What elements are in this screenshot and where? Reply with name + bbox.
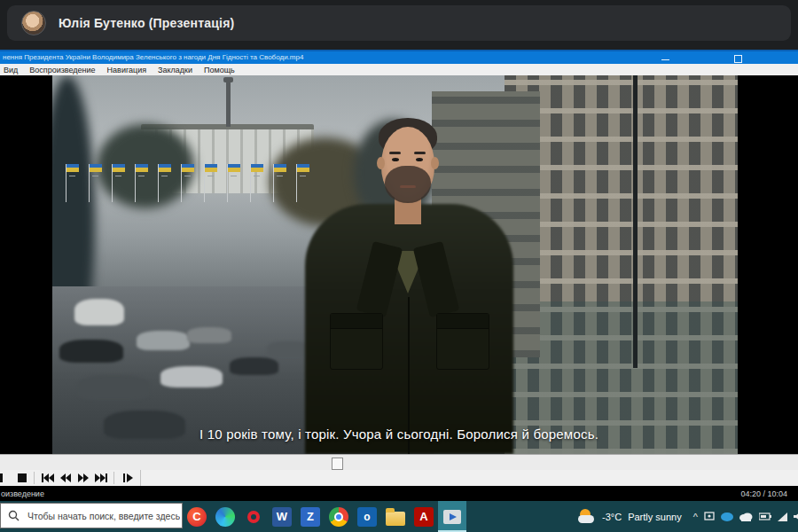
volume-icon[interactable] — [794, 512, 798, 521]
player-status-bar: оизведение 04:20 / 10:04 — [0, 486, 798, 501]
taskbar-search[interactable] — [0, 503, 183, 528]
transport-controls — [0, 470, 798, 486]
skip-forward-button[interactable] — [92, 471, 110, 485]
skip-forward-icon — [95, 473, 107, 482]
speaker-eye — [416, 158, 423, 161]
video-frame — [52, 75, 738, 454]
player-title-bar[interactable]: нення Президента України Володимира Зеле… — [0, 50, 798, 64]
chrome-icon — [329, 507, 348, 527]
speaker-eye — [392, 158, 399, 161]
file-explorer-icon — [386, 512, 405, 526]
ukrainian-flag — [227, 164, 240, 172]
taskbar-app-file-explorer[interactable] — [381, 501, 410, 532]
cloud-icon[interactable] — [739, 512, 753, 521]
ukrainian-flag — [181, 164, 194, 172]
weather-condition[interactable]: Partly sunny — [628, 512, 682, 522]
presenter-name: Юлія Бутенко (Презентація) — [59, 16, 234, 30]
controls-separator — [34, 472, 35, 484]
taskbar-app-ccleaner[interactable]: C — [183, 501, 211, 532]
weather-temperature[interactable]: -3°C — [602, 512, 622, 522]
edge-icon — [215, 507, 235, 527]
network-icon[interactable] — [778, 512, 787, 521]
screen-share-header: Юлія Бутенко (Презентація) — [0, 0, 798, 50]
tray-chevron-up-icon[interactable]: ^ — [693, 512, 698, 522]
menu-playback[interactable]: Воспроизведение — [29, 66, 95, 74]
acrobat-icon: A — [414, 507, 434, 527]
car — [137, 331, 190, 350]
pause-icon — [0, 473, 4, 482]
skip-back-icon — [42, 473, 54, 482]
maximize-icon[interactable] — [734, 55, 742, 63]
opera-icon — [247, 511, 260, 523]
car — [74, 299, 124, 325]
car — [160, 366, 223, 387]
seek-bar[interactable] — [0, 454, 798, 470]
ukrainian-flag — [89, 164, 102, 172]
lamp-pole — [633, 75, 638, 368]
taskbar-app-media-player-active[interactable] — [438, 501, 466, 532]
search-icon — [8, 510, 20, 521]
taskbar-app-edge[interactable] — [211, 501, 239, 532]
window-title: нення Президента України Володимира Зеле… — [3, 53, 303, 61]
controls-separator — [140, 470, 141, 486]
rewind-button[interactable] — [57, 471, 74, 485]
speaker-beard — [385, 166, 431, 203]
taskbar-app-word[interactable]: W — [268, 501, 296, 532]
jacket-pocket — [330, 313, 383, 370]
fast-forward-button[interactable] — [74, 471, 92, 485]
menu-bookmarks[interactable]: Закладки — [158, 66, 192, 74]
zoom-icon: Z — [301, 507, 320, 527]
rewind-icon — [60, 473, 71, 482]
car — [59, 340, 123, 363]
tv-tower — [226, 81, 231, 127]
partly-sunny-icon[interactable] — [578, 509, 596, 525]
word-icon: W — [272, 507, 292, 527]
presenter-avatar — [21, 11, 46, 35]
outlook-icon: o — [357, 507, 377, 527]
car — [77, 375, 150, 400]
presenter-banner: Юлія Бутенко (Презентація) — [7, 5, 791, 41]
speaker-eyebrow — [389, 152, 401, 154]
ukrainian-flag — [135, 164, 148, 172]
frame-step-button[interactable] — [119, 471, 137, 485]
fast-forward-icon — [78, 473, 89, 482]
video-area[interactable]: І 10 років тому, і торік. Учора й сьогод… — [0, 75, 798, 454]
menu-view[interactable]: Вид — [4, 66, 18, 74]
seek-handle[interactable] — [332, 458, 343, 470]
ukrainian-flag — [273, 164, 286, 172]
messenger-icon[interactable] — [721, 512, 733, 521]
ukrainian-flag — [250, 164, 263, 172]
speaker-eyebrow — [414, 152, 426, 154]
frame-step-icon — [123, 473, 133, 482]
tv-tower-top — [223, 77, 233, 82]
taskbar-app-zoom[interactable]: Z — [296, 501, 325, 532]
car — [230, 357, 278, 375]
speaker-mouth — [400, 185, 416, 188]
time-display: 04:20 / 10:04 — [740, 489, 787, 498]
media-player-icon — [443, 510, 461, 524]
video-subtitle: І 10 років тому, і торік. Учора й сьогод… — [0, 426, 798, 442]
taskbar: C W Z o A -3°C Partly sunny ^ — [0, 501, 798, 532]
ukrainian-flag — [66, 164, 79, 172]
minimize-icon[interactable] — [661, 59, 669, 60]
ukrainian-flag — [158, 164, 171, 172]
taskbar-app-acrobat[interactable]: A — [410, 501, 438, 532]
stop-button[interactable] — [13, 471, 31, 485]
taskbar-app-outlook[interactable]: o — [353, 501, 381, 532]
jacket-pocket — [436, 313, 489, 370]
battery-icon[interactable] — [759, 512, 771, 520]
display-icon[interactable] — [704, 512, 715, 521]
ukrainian-flag — [296, 164, 309, 172]
menu-help[interactable]: Помощь — [204, 66, 235, 74]
stop-icon — [18, 473, 27, 482]
player-menu-bar: Вид Воспроизведение Навигация Закладки П… — [0, 64, 798, 75]
taskbar-right-cluster: -3°C Partly sunny ^ УКР 12:5 21.11.2 — [578, 501, 798, 532]
pause-button[interactable] — [0, 471, 8, 485]
ukrainian-flag — [112, 164, 125, 172]
search-input[interactable] — [26, 510, 182, 522]
taskbar-app-chrome[interactable] — [325, 501, 353, 532]
ccleaner-icon: C — [187, 507, 207, 527]
taskbar-app-opera[interactable] — [239, 501, 268, 532]
skip-back-button[interactable] — [39, 471, 57, 485]
menu-navigation[interactable]: Навигация — [107, 66, 146, 74]
